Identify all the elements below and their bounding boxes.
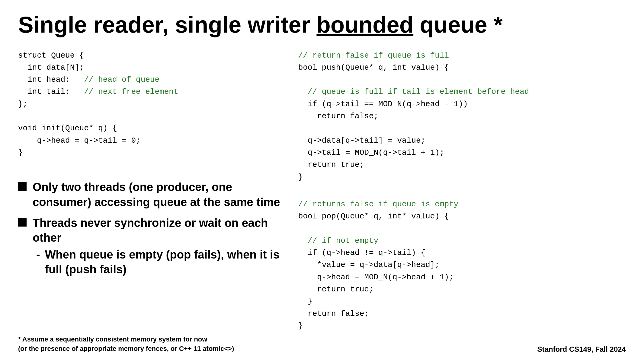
bullet-text-1: Only two threads (one producer, one cons…: [33, 180, 286, 210]
pop-section: // returns false if queue is empty bool …: [298, 198, 626, 332]
title-suffix: queue *: [413, 12, 503, 37]
title-prefix: Single reader, single writer: [18, 12, 316, 37]
pop-head-line: q->head = MOD_N(q->head + 1);: [298, 271, 626, 283]
bullet-list: Only two threads (one producer, one cons…: [18, 180, 286, 277]
sub-bullet-dash: -: [36, 247, 40, 262]
slide: Single reader, single writer bounded que…: [0, 0, 644, 362]
push-inner-comment-line: [298, 74, 626, 86]
push-code: // return false if queue is full bool pu…: [298, 49, 626, 183]
pop-return-false: return false;: [298, 308, 626, 320]
code-comment: // head of queue: [84, 75, 159, 84]
content-area: struct Queue { int data[N]; int head; //…: [18, 49, 626, 341]
pop-inner-comment-line: // if not empty: [298, 235, 626, 247]
code-line: struct Queue {: [18, 49, 286, 62]
right-column: // return false if queue is full bool pu…: [298, 49, 626, 341]
push-return-false: return false;: [298, 110, 626, 122]
title-bounded: bounded: [316, 12, 413, 37]
pop-if-line: if (q->head != q->tail) {: [298, 247, 626, 259]
push-tail-line: q->tail = MOD_N(q->tail + 1);: [298, 147, 626, 159]
code-comment: // next free element: [84, 87, 178, 96]
pop-close: }: [298, 320, 626, 332]
push-blank: [298, 122, 626, 134]
slide-credit: Stanford CS149, Fall 2024: [537, 345, 626, 354]
pop-inner-close: }: [298, 295, 626, 307]
bullet-item-2: Threads never synchronize or wait on eac…: [18, 216, 286, 277]
pop-blank1: [298, 222, 626, 234]
footnote-line1: * Assume a sequentially consistent memor…: [18, 335, 234, 344]
pop-code: // returns false if queue is empty bool …: [298, 198, 626, 332]
bullet-text-2: Threads never synchronize or wait on eac…: [33, 216, 286, 246]
pop-inner-comment: // if not empty: [308, 236, 378, 245]
bullet-square-1: [18, 182, 27, 191]
code-line: [18, 110, 286, 122]
push-comment: // return false if queue is full: [298, 51, 449, 60]
code-line: }: [18, 147, 286, 159]
sub-bullet-item-1: - When queue is empty (pop fails), when …: [36, 247, 286, 277]
pop-return-true: return true;: [298, 283, 626, 295]
push-close: }: [298, 171, 626, 183]
code-line: };: [18, 98, 286, 110]
footnote-line2: (or the presence of appropriate memory f…: [18, 344, 234, 354]
struct-code-block: struct Queue { int data[N]; int head; //…: [18, 49, 286, 159]
slide-title: Single reader, single writer bounded que…: [18, 12, 626, 37]
push-inner-comment2: // queue is full if tail is element befo…: [298, 86, 626, 98]
push-pop-spacer: [298, 192, 626, 198]
left-column: struct Queue { int data[N]; int head; //…: [18, 49, 286, 341]
push-if-line: if (q->tail == MOD_N(q->head - 1)): [298, 98, 626, 110]
code-line: void init(Queue* q) {: [18, 122, 286, 134]
code-line: int data[N];: [18, 62, 286, 74]
push-signature-line: bool push(Queue* q, int value) {: [298, 62, 626, 74]
code-line: int head; // head of queue: [18, 74, 286, 86]
sub-bullet-text-1: When queue is empty (pop fails), when it…: [45, 247, 286, 277]
bullet-square-2: [18, 218, 27, 227]
pop-signature-line: bool pop(Queue* q, int* value) {: [298, 210, 626, 222]
push-comment-line: // return false if queue is full: [298, 49, 626, 62]
code-line: q->head = q->tail = 0;: [18, 135, 286, 147]
push-inner-comment: // queue is full if tail is element befo…: [308, 87, 529, 96]
push-section: // return false if queue is full bool pu…: [298, 49, 626, 183]
pop-comment: // returns false if queue is empty: [298, 200, 459, 209]
footnote: * Assume a sequentially consistent memor…: [18, 335, 234, 354]
pop-comment-line: // returns false if queue is empty: [298, 198, 626, 210]
code-line: int tail; // next free element: [18, 86, 286, 98]
bullet-item-1: Only two threads (one producer, one cons…: [18, 180, 286, 210]
pop-value-line: *value = q->data[q->head];: [298, 259, 626, 271]
push-return-true: return true;: [298, 159, 626, 171]
push-data-line: q->data[q->tail] = value;: [298, 135, 626, 147]
